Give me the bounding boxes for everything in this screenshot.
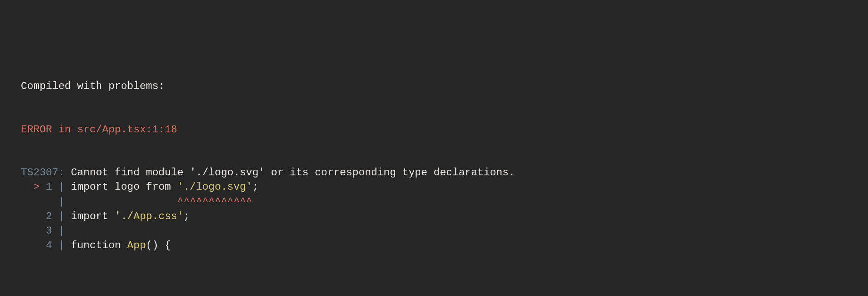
gutter-pipe: | — [52, 181, 71, 193]
string-literal: './App.css' — [115, 210, 183, 222]
code-line-3: 3 | — [21, 224, 847, 238]
gutter-pipe: | — [58, 196, 71, 207]
gutter-pipe: | — [52, 210, 71, 222]
underline-line: | ^^^^^^^^^^^^ — [21, 194, 847, 209]
string-literal: './logo.svg' — [177, 181, 252, 193]
line-number: 2 — [46, 210, 52, 222]
gutter-pipe: | — [52, 225, 65, 237]
error-prefix: ERROR in — [21, 124, 77, 135]
open-brace: { — [165, 240, 171, 251]
ts-error-code: TS2307: — [21, 167, 65, 178]
keyword-function: function — [71, 240, 121, 251]
code-line-1: > 1 | import logo from './logo.svg'; — [21, 180, 847, 194]
keyword-import: import — [71, 181, 108, 193]
line-number: 4 — [46, 240, 52, 251]
line-number: 3 — [46, 225, 52, 237]
error-file-loc: src/App.tsx:1:18 — [77, 124, 177, 135]
error-underline: ^^^^^^^^^^^^ — [177, 196, 252, 207]
semicolon: ; — [184, 210, 190, 222]
gutter-pipe: | — [52, 240, 71, 251]
ts-error-message: Cannot find module './logo.svg' or its c… — [65, 167, 515, 178]
function-name: App — [127, 240, 146, 251]
error-caret: > — [21, 181, 46, 193]
compile-header: Compiled with problems: — [21, 79, 847, 94]
semicolon: ; — [252, 181, 258, 193]
code-line-2: 2 | import './App.css'; — [21, 209, 847, 224]
ts-error-line: TS2307: Cannot find module './logo.svg' … — [21, 165, 847, 180]
error-location: ERROR in src/App.tsx:1:18 — [21, 122, 847, 137]
identifier: logo — [115, 181, 140, 193]
keyword-from: from — [146, 181, 171, 193]
parentheses: () — [146, 240, 158, 251]
code-line-4: 4 | function App() { — [21, 238, 847, 253]
keyword-import: import — [71, 210, 108, 222]
line-number: 1 — [46, 181, 52, 193]
